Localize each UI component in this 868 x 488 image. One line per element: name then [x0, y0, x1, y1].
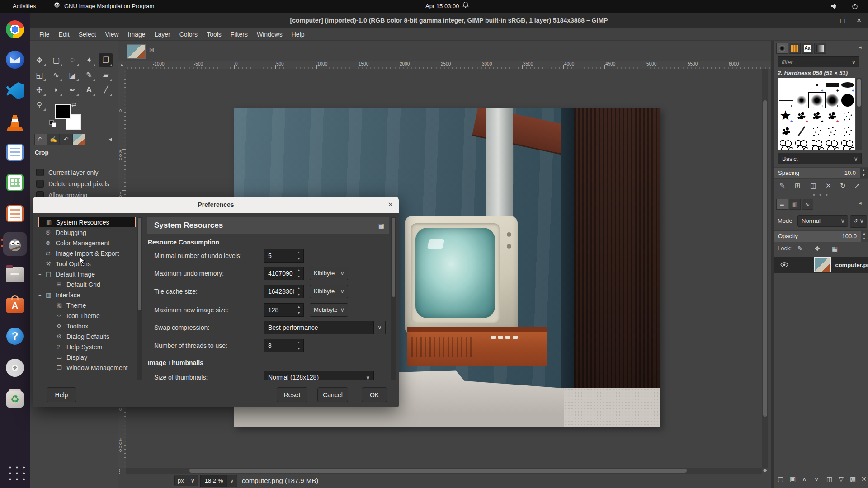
bucket-fill-tool[interactable] [65, 68, 80, 82]
duplicate-layer-icon[interactable]: ◫ [826, 475, 832, 483]
image-tab-close-icon[interactable]: ⊠ [149, 46, 155, 53]
dock-item-libreoffice-calc[interactable] [4, 172, 26, 193]
tree-item-color-management[interactable]: ⊚Color Management [38, 238, 136, 248]
thumbnail-size-dropdown[interactable]: Normal (128x128) ∨ [264, 371, 374, 380]
smudge-tool[interactable] [49, 83, 63, 97]
image-tab-thumbnail[interactable] [127, 44, 146, 59]
scrollbar-thumb[interactable] [138, 218, 141, 310]
dock-item-gimp[interactable] [4, 233, 26, 255]
text-tool[interactable] [82, 83, 96, 97]
panel-collapse-icon[interactable]: ◂ [859, 200, 862, 206]
navigation-icon[interactable]: ✥ [763, 468, 767, 473]
dock-item-files[interactable] [4, 264, 26, 286]
brush-specks[interactable] [826, 125, 838, 137]
tree-item-debugging[interactable]: ✇Debugging [38, 227, 136, 238]
checkbox[interactable] [36, 169, 44, 176]
focused-app-menu[interactable]: GNU Image Manipulation Program [53, 0, 154, 13]
transform-tool[interactable] [32, 68, 47, 82]
default-colors-icon[interactable] [49, 120, 56, 127]
brush-ellipse[interactable] [841, 82, 854, 88]
option-delete-cropped-pixels[interactable]: Delete cropped pixels [36, 180, 109, 188]
horizontal-scrollbar[interactable] [126, 468, 762, 474]
paintbrush-tool[interactable] [82, 68, 96, 82]
clone-tool[interactable] [32, 83, 47, 97]
chevron-down-icon[interactable]: ∨ [374, 321, 386, 334]
delete-brush-icon[interactable]: ✕ [826, 182, 831, 190]
maximize-button[interactable]: ▢ [835, 13, 851, 28]
tree-item-window-management[interactable]: ❒Window Management [38, 362, 136, 373]
menu-tools[interactable]: Tools [203, 29, 226, 39]
tree-item-toolbox[interactable]: ✥Toolbox [38, 321, 136, 331]
lock-position-icon[interactable]: ✥ [815, 245, 820, 252]
tab-layers[interactable]: ≣ [776, 199, 788, 210]
dock-item-libreoffice-writer[interactable] [4, 141, 26, 163]
layer-thumbnail[interactable] [814, 257, 831, 272]
lock-pixels-icon[interactable]: ✎ [797, 245, 803, 252]
activities-button[interactable]: Activities [10, 0, 38, 13]
spacing-spinner[interactable]: ▴▾ [860, 168, 868, 178]
tile-cache-unit-dropdown[interactable]: Kibibyte∨ [310, 285, 348, 298]
max-new-image-unit-dropdown[interactable]: Mebibyte∨ [310, 303, 348, 317]
vertical-scrollbar[interactable] [762, 69, 768, 468]
tab-device-status[interactable]: ✍ [47, 134, 60, 145]
refresh-brushes-icon[interactable]: ↻ [840, 182, 846, 190]
tab-channels[interactable]: ▥ [789, 199, 801, 210]
layer-list-item[interactable]: computer.png [774, 257, 868, 273]
menu-view[interactable]: View [101, 29, 123, 39]
panel-collapse-icon[interactable]: ◂ [859, 44, 862, 50]
menu-image[interactable]: Image [124, 29, 150, 39]
brush-filter-input[interactable]: filter ∨ [778, 56, 859, 67]
horizontal-ruler[interactable]: -1000 -500 0 500 1000 1500 2000 2500 300… [126, 61, 771, 69]
tree-scrollbar[interactable] [137, 217, 142, 380]
brush-cells[interactable] [779, 140, 793, 150]
merge-down-icon[interactable]: ▽ [839, 475, 844, 483]
mode-switch-icon[interactable]: ↺ ∨ [850, 215, 867, 228]
zoom-tool[interactable] [32, 98, 47, 112]
panel-collapse-icon[interactable]: ◂ [104, 134, 116, 145]
brush-group-dropdown[interactable]: Basic, ∨ [778, 153, 862, 164]
undo-memory-unit-dropdown[interactable]: Kibibyte∨ [310, 267, 348, 280]
add-mask-icon[interactable]: ▩ [850, 475, 856, 483]
spinner-arrows[interactable]: ▴▾ [294, 303, 304, 317]
zoom-dropdown-icon[interactable]: ∨ [226, 475, 237, 487]
dock-item-disc[interactable] [4, 357, 26, 379]
raise-layer-icon[interactable]: ∧ [802, 475, 807, 483]
dock-item-help[interactable]: ? [4, 325, 26, 347]
ok-button[interactable]: OK [362, 387, 387, 402]
dock-item-app-center[interactable]: A [4, 295, 26, 316]
dialog-titlebar[interactable]: Preferences [33, 197, 399, 213]
scrollbar-thumb[interactable] [763, 100, 767, 417]
close-button[interactable]: ✕ [851, 13, 867, 28]
lower-layer-icon[interactable]: ∨ [814, 475, 819, 483]
visibility-eye-icon[interactable] [780, 262, 788, 267]
undo-memory-input[interactable]: 4107090 [264, 267, 294, 280]
move-tool[interactable] [32, 53, 47, 67]
brush-streak[interactable] [797, 126, 805, 136]
max-new-image-input[interactable]: 128 [264, 303, 294, 317]
tab-patterns[interactable] [789, 43, 801, 54]
tree-expander-icon[interactable]: − [38, 272, 46, 277]
unit-dropdown[interactable]: px∨ [174, 475, 198, 486]
warp-tool[interactable] [49, 68, 63, 82]
brush-cells[interactable] [841, 140, 854, 150]
volume-icon[interactable] [831, 0, 838, 13]
tree-item-icon-theme[interactable]: ⁘Icon Theme [38, 310, 136, 321]
menu-layer[interactable]: Layer [151, 29, 175, 39]
scrollbar-thumb[interactable] [189, 469, 687, 473]
rectangle-select-tool[interactable] [49, 53, 63, 67]
tab-fonts[interactable]: Aa [802, 43, 813, 54]
brush-specks-sparse[interactable] [842, 125, 854, 137]
menu-edit[interactable]: Edit [55, 29, 74, 39]
brush-grid-scrollbar[interactable] [856, 78, 862, 150]
menu-windows[interactable]: Windows [253, 29, 287, 39]
tile-cache-input[interactable]: 16428360 [264, 285, 294, 298]
dialog-close-icon[interactable]: ✕ [387, 197, 393, 213]
brush-dot-tiny[interactable] [816, 84, 818, 86]
spinner-arrows[interactable]: ▴▾ [294, 339, 304, 352]
open-brush-as-image-icon[interactable]: ↗ [854, 182, 860, 190]
swap-colors-icon[interactable]: ⇄ [71, 101, 76, 108]
brush-specks[interactable] [811, 125, 823, 137]
free-select-tool[interactable] [65, 53, 80, 67]
spinner-arrows[interactable]: ▴▾ [294, 267, 304, 280]
tab-gradients[interactable] [814, 43, 826, 54]
